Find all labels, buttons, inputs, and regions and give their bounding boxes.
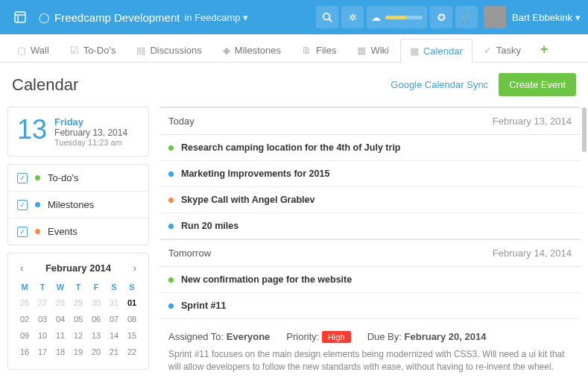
svg-point-3 xyxy=(323,13,330,20)
dot-icon xyxy=(35,229,40,234)
mini-cal-day[interactable]: 02 xyxy=(16,311,34,327)
mini-cal-title: February 2014 xyxy=(45,262,111,274)
item-description: Sprint #11 focuses on the main design el… xyxy=(168,348,572,374)
calendar-item[interactable]: Sprint #11 xyxy=(159,293,581,319)
tab-todos[interactable]: ☑To-Do's xyxy=(60,38,126,62)
search-button[interactable] xyxy=(316,6,338,28)
dot-icon xyxy=(35,175,40,180)
project-tabs: ▢Wall☑To-Do's▤Discussions◆Milestones🗎Fil… xyxy=(0,34,588,63)
mini-cal-day[interactable]: 10 xyxy=(34,327,51,344)
mini-cal-day[interactable]: 22 xyxy=(123,344,141,360)
calendar-item-detail: Assigned To: EveryonePriority: HighDue B… xyxy=(159,319,581,378)
create-event-button[interactable]: Create Event xyxy=(499,73,576,96)
mini-cal-day[interactable]: 06 xyxy=(87,311,105,327)
mini-cal-day[interactable]: 31 xyxy=(105,294,123,311)
mini-cal-day[interactable]: 03 xyxy=(34,311,51,327)
mini-cal-prev[interactable]: ‹ xyxy=(17,262,26,274)
filter-list: ✓To-do's✓Milestones✓Events xyxy=(7,164,149,245)
calendar-item[interactable]: New confirmation page for the website xyxy=(159,267,581,293)
app-menu-icon[interactable] xyxy=(7,4,33,30)
mini-cal-day[interactable]: 30 xyxy=(87,294,105,311)
dot-icon xyxy=(168,198,174,203)
mini-cal-day[interactable]: 27 xyxy=(34,294,51,311)
mini-cal-day[interactable]: 26 xyxy=(16,294,34,311)
milestones-icon: ◆ xyxy=(223,45,230,56)
mini-cal-day[interactable]: 15 xyxy=(123,327,141,344)
mini-cal-day[interactable]: 17 xyxy=(34,344,51,360)
calendar-item[interactable]: Marketing Improvements for 2015 xyxy=(159,161,581,187)
wall-icon: ▢ xyxy=(17,45,26,56)
mini-cal-day[interactable]: 16 xyxy=(16,344,34,360)
calendar-item[interactable]: Research camping location for the 4th of… xyxy=(159,135,581,161)
mini-cal-day[interactable]: 18 xyxy=(51,344,69,360)
scrollbar[interactable] xyxy=(582,107,587,152)
dot-icon xyxy=(168,303,174,309)
mini-cal-day[interactable]: 04 xyxy=(51,311,69,327)
checkbox-icon: ✓ xyxy=(17,173,28,183)
cart-icon[interactable]: 🛒 xyxy=(455,6,478,28)
mini-cal-dow: M xyxy=(16,280,34,294)
settings-icon[interactable]: ✲ xyxy=(341,6,364,28)
tab-wall[interactable]: ▢Wall xyxy=(7,38,59,62)
page-title: Calendar xyxy=(12,75,78,95)
dot-icon xyxy=(35,202,40,207)
svg-line-4 xyxy=(329,19,332,22)
svg-rect-0 xyxy=(15,12,25,22)
calendar-item[interactable]: Skype Call with Angel Grablev xyxy=(159,187,581,213)
google-calendar-sync-link[interactable]: Google Calendar Sync xyxy=(391,79,488,90)
today-day-name: Friday xyxy=(54,116,127,127)
section-head: TodayFebruary 13, 2014 xyxy=(159,107,581,135)
cloud-icon: ☁ xyxy=(371,12,381,23)
mini-cal-day[interactable]: 01 xyxy=(123,294,141,311)
user-menu[interactable]: Bart Ebbekink xyxy=(512,12,572,23)
dot-icon xyxy=(168,171,174,177)
mini-cal-dow: S xyxy=(105,280,123,294)
mini-cal-day[interactable]: 08 xyxy=(123,311,141,327)
mini-cal-dow: T xyxy=(69,280,87,294)
tab-milestones[interactable]: ◆Milestones xyxy=(213,38,291,62)
mini-cal-day[interactable]: 21 xyxy=(105,344,123,360)
tab-wiki[interactable]: ▦Wiki xyxy=(347,38,399,62)
tab-files[interactable]: 🗎Files xyxy=(292,38,346,62)
mini-cal-day[interactable]: 13 xyxy=(87,327,105,344)
mini-cal-day[interactable]: 19 xyxy=(69,344,87,360)
priority-badge: High xyxy=(322,331,351,343)
mini-cal-day[interactable]: 11 xyxy=(51,327,69,344)
filter-orange[interactable]: ✓Events xyxy=(8,218,148,245)
mini-cal-day[interactable]: 12 xyxy=(69,327,87,344)
topbar: ◯ Freedcamp Development in Feedcamp ▾ ✲ … xyxy=(0,0,588,34)
dot-icon xyxy=(168,145,174,151)
help-icon[interactable]: ✪ xyxy=(430,6,452,28)
checkbox-icon: ✓ xyxy=(17,200,28,210)
mini-calendar: ‹ February 2014 › MTWTFSS262728293031010… xyxy=(7,253,149,370)
mini-cal-day[interactable]: 28 xyxy=(51,294,69,311)
avatar[interactable] xyxy=(484,6,506,28)
page-header: Calendar Google Calendar Sync Create Eve… xyxy=(0,63,588,107)
project-group[interactable]: in Feedcamp ▾ xyxy=(184,12,248,23)
mini-cal-day[interactable]: 20 xyxy=(87,344,105,360)
add-tab-button[interactable]: + xyxy=(532,37,557,62)
discussions-icon: ▤ xyxy=(136,45,145,56)
project-name[interactable]: Freedcamp Development xyxy=(54,11,180,24)
files-icon: 🗎 xyxy=(302,45,312,56)
chevron-down-icon: ▾ xyxy=(575,12,581,23)
tab-calendar[interactable]: ▦Calendar xyxy=(400,39,472,63)
calendar-list: TodayFebruary 13, 2014Research camping l… xyxy=(159,107,581,378)
checkbox-icon: ✓ xyxy=(17,227,28,237)
wiki-icon: ▦ xyxy=(357,45,366,56)
mini-cal-next[interactable]: › xyxy=(130,262,139,274)
tab-tasky[interactable]: ✓Tasky xyxy=(474,38,531,62)
calendar-item[interactable]: Run 20 miles xyxy=(159,213,581,239)
mini-cal-day[interactable]: 07 xyxy=(105,311,123,327)
tab-discussions[interactable]: ▤Discussions xyxy=(127,38,211,62)
mini-cal-day[interactable]: 14 xyxy=(105,327,123,344)
mini-cal-dow: W xyxy=(51,280,69,294)
filter-green[interactable]: ✓To-do's xyxy=(8,165,148,191)
mini-cal-dow: F xyxy=(87,280,105,294)
storage-progress[interactable]: ☁ xyxy=(367,6,427,28)
mini-cal-dow: T xyxy=(34,280,51,294)
mini-cal-day[interactable]: 29 xyxy=(69,294,87,311)
mini-cal-day[interactable]: 05 xyxy=(69,311,87,327)
mini-cal-day[interactable]: 09 xyxy=(16,327,34,344)
filter-blue[interactable]: ✓Milestones xyxy=(8,191,148,218)
